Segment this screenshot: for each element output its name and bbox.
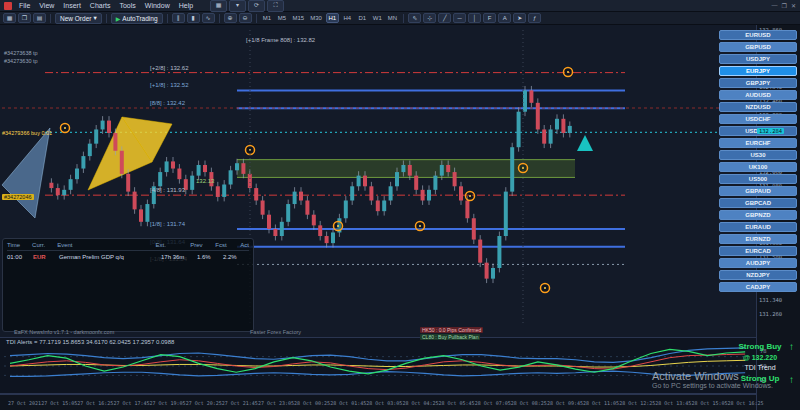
order-label: #34273630 tp xyxy=(4,58,38,64)
close-button[interactable]: ✕ xyxy=(791,2,796,9)
time-axis-label: 27 Oct 17:45 xyxy=(113,400,149,406)
cursor-icon[interactable]: ⇖ xyxy=(408,13,421,23)
signal-badge-2: CL80 : Buy Pullback Plan xyxy=(420,334,480,340)
menu-insert[interactable]: Insert xyxy=(61,2,83,9)
calendar-countdown: 17h 36m xyxy=(161,254,197,260)
timeframe-h4[interactable]: H4 xyxy=(341,13,354,23)
time-axis-label: 27 Oct 15:05 xyxy=(41,400,77,406)
watchlist-item-gbpjpy[interactable]: GBPJPY xyxy=(719,78,797,88)
trendline-icon[interactable]: ╱ xyxy=(438,13,451,23)
watchlist-item-eurcad[interactable]: EURCAD xyxy=(719,246,797,256)
timeframe-d1[interactable]: D1 xyxy=(356,13,369,23)
time-axis-label: 27 Oct 16:25 xyxy=(77,400,113,406)
new-order-button[interactable]: New Order▾ xyxy=(55,13,102,24)
watchlist-item-eurchf[interactable]: EURCHF xyxy=(719,138,797,148)
menu-file[interactable]: File xyxy=(17,2,32,9)
minimize-button[interactable]: — xyxy=(772,2,778,9)
time-axis-label: 28 Oct 11:05 xyxy=(583,400,619,406)
order-label: #34272046 xyxy=(2,194,34,200)
watchlist-item-usdchf[interactable]: USDCHF xyxy=(719,114,797,124)
calendar-time: 01:00 xyxy=(7,254,33,260)
tdi-indicator-plot xyxy=(0,340,756,392)
crosshair-icon[interactable]: ⊹ xyxy=(423,13,436,23)
watchlist-item-gbpnzd[interactable]: GBPNZD xyxy=(719,210,797,220)
refresh-icon[interactable]: ⟳ xyxy=(248,0,265,12)
mt4-window: FileViewInsertChartsToolsWindowHelp ▦▾⟳⛶… xyxy=(0,0,800,410)
watchlist-item-uk100[interactable]: UK100 xyxy=(719,162,797,172)
maximize-button[interactable]: ❐ xyxy=(782,2,787,9)
watchlist-item-audusd[interactable]: AUDUSD xyxy=(719,90,797,100)
watchlist-item-gbpusd[interactable]: GBPUSD xyxy=(719,42,797,52)
vertical-line-icon[interactable]: │ xyxy=(468,13,481,23)
watchlist-item-us30[interactable]: US30 xyxy=(719,150,797,160)
time-axis-label: 28 Oct 12:25 xyxy=(619,400,655,406)
watchlist-item-eurnzd[interactable]: EURNZD xyxy=(719,234,797,244)
watchlist-item-nzdjpy[interactable]: NZDJPY xyxy=(719,270,797,280)
candlestick-chart-icon[interactable]: ▮ xyxy=(187,13,200,23)
murrey-level-label: [+2/8] : 132.62 xyxy=(150,65,189,71)
menu-charts[interactable]: Charts xyxy=(88,2,113,9)
calendar-event: German Prelim GDP q/q xyxy=(59,254,161,260)
murrey-level-label: [1/8] : 131.74 xyxy=(150,221,185,227)
menu-bar: FileViewInsertChartsToolsWindowHelp ▦▾⟳⛶… xyxy=(0,0,800,12)
fullscreen-icon[interactable]: ⛶ xyxy=(267,0,284,12)
menu-window[interactable]: Window xyxy=(143,2,172,9)
quick-toolbar: ▦▾⟳⛶ xyxy=(210,0,284,12)
zoom-in-icon[interactable]: ⊕ xyxy=(224,13,237,23)
watchlist-item-usdjpy[interactable]: USDJPY xyxy=(719,54,797,64)
watchlist-item-nzdusd[interactable]: NZDUSD xyxy=(719,102,797,112)
calendar-header-act: Act xyxy=(240,242,249,248)
text-label-icon[interactable]: A xyxy=(498,13,511,23)
zoom-out-icon[interactable]: ⊖ xyxy=(239,13,252,23)
menu-tools[interactable]: Tools xyxy=(117,2,137,9)
watchlist-item-us500[interactable]: US500 xyxy=(719,174,797,184)
murrey-level-label: [8/8] : 132.42 xyxy=(150,100,185,106)
time-axis-label: 28 Oct 04:25 xyxy=(402,400,438,406)
watchlist-item-eurusd[interactable]: EURUSD xyxy=(719,30,797,40)
time-axis[interactable]: 27 Oct 202127 Oct 15:0527 Oct 16:2527 Oc… xyxy=(0,394,756,410)
activate-windows-watermark: Activate Windows Go to PC settings to ac… xyxy=(652,370,773,389)
timeframe-mn[interactable]: MN xyxy=(386,13,399,23)
timeframe-m1[interactable]: M1 xyxy=(261,13,274,23)
menu-view[interactable]: View xyxy=(37,2,56,9)
menu-help[interactable]: Help xyxy=(177,2,195,9)
signal-strength: Strong Buy xyxy=(728,341,792,353)
bar-chart-icon[interactable]: ∥ xyxy=(172,13,185,23)
line-chart-icon[interactable]: ∿ xyxy=(202,13,215,23)
buy-arrow-icon: ↑ xyxy=(789,341,794,352)
toolbar-separator xyxy=(106,14,107,23)
trend-up-arrow-icon: ↑ xyxy=(789,374,794,385)
timeframe-m15[interactable]: M15 xyxy=(291,13,307,23)
price-axis-label: 131.260 xyxy=(759,311,782,317)
order-label: #34273638 tp xyxy=(4,50,38,56)
calendar-header-event: Event xyxy=(57,242,155,248)
watchlist-item-cadjpy[interactable]: CADJPY xyxy=(719,282,797,292)
timeframe-h1[interactable]: H1 xyxy=(326,13,339,23)
watchlist-item-euraud[interactable]: EURAUD xyxy=(719,222,797,232)
timeframe-m30[interactable]: M30 xyxy=(308,13,324,23)
new-chart-icon[interactable]: ▦ xyxy=(210,0,227,12)
timeframe-w1[interactable]: W1 xyxy=(371,13,384,23)
new-order-label: New Order xyxy=(60,15,91,22)
timeframe-m5[interactable]: M5 xyxy=(276,13,289,23)
news-calendar-panel: TimeCurr.EventExt.PrevFcstAct 01:00 EUR … xyxy=(2,238,254,332)
autotrading-button[interactable]: ▶AutoTrading xyxy=(111,13,163,24)
watchlist-item-gbpaud[interactable]: GBPAUD xyxy=(719,186,797,196)
order-label: #34279366 buy 0.01 xyxy=(2,130,52,136)
time-axis-label: 27 Oct 2021 xyxy=(8,400,41,406)
horizontal-line-icon[interactable]: ─ xyxy=(453,13,466,23)
fibonacci-icon[interactable]: F xyxy=(483,13,496,23)
cascade-windows-icon[interactable]: ❐ xyxy=(18,13,31,23)
arrows-icon[interactable]: ➤ xyxy=(513,13,526,23)
watchlist-item-audjpy[interactable]: AUDJPY xyxy=(719,258,797,268)
calendar-previous: 1.6% xyxy=(197,254,223,260)
watchlist-item-eurjpy[interactable]: EURJPY xyxy=(719,66,797,76)
new-order-caret-icon: ▾ xyxy=(93,14,96,22)
charts-grid-icon[interactable]: ▦ xyxy=(3,13,16,23)
profiles-icon[interactable]: ▾ xyxy=(229,0,246,12)
activate-windows-title: Activate Windows xyxy=(652,370,773,382)
watchlist-item-gbpcad[interactable]: GBPCAD xyxy=(719,198,797,208)
toolbar-separator xyxy=(167,14,168,23)
market-watch-icon[interactable]: ▤ xyxy=(33,13,46,23)
indicators-icon[interactable]: ƒ xyxy=(528,13,541,23)
